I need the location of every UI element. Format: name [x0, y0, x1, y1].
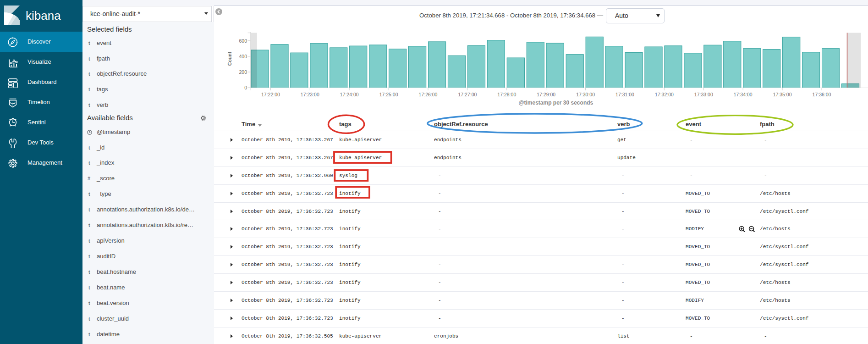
svg-text:600: 600 [239, 38, 247, 44]
svg-text:17:24:00: 17:24:00 [340, 92, 359, 97]
svg-text:17:32:00: 17:32:00 [655, 92, 674, 97]
svg-text:17:26:00: 17:26:00 [419, 92, 438, 97]
svg-text:17:29:00: 17:29:00 [537, 92, 555, 97]
svg-text:17:36:00: 17:36:00 [813, 92, 831, 97]
svg-text:17:35:00: 17:35:00 [773, 92, 792, 97]
svg-text:17:31:00: 17:31:00 [615, 92, 634, 97]
svg-text:17:30:00: 17:30:00 [576, 92, 595, 97]
svg-text:@timestamp per 30 seconds: @timestamp per 30 seconds [519, 100, 593, 106]
svg-text:17:27:00: 17:27:00 [458, 92, 477, 97]
svg-text:17:33:00: 17:33:00 [694, 92, 713, 97]
svg-text:17:28:00: 17:28:00 [497, 92, 516, 97]
svg-text:17:25:00: 17:25:00 [379, 92, 398, 97]
svg-text:17:34:00: 17:34:00 [734, 92, 753, 97]
svg-text:200: 200 [239, 69, 247, 75]
svg-text:Count: Count [227, 51, 232, 66]
svg-text:17:22:00: 17:22:00 [261, 92, 280, 97]
svg-text:400: 400 [239, 54, 247, 59]
svg-text:17:23:00: 17:23:00 [301, 92, 319, 97]
svg-text:0: 0 [244, 85, 247, 90]
